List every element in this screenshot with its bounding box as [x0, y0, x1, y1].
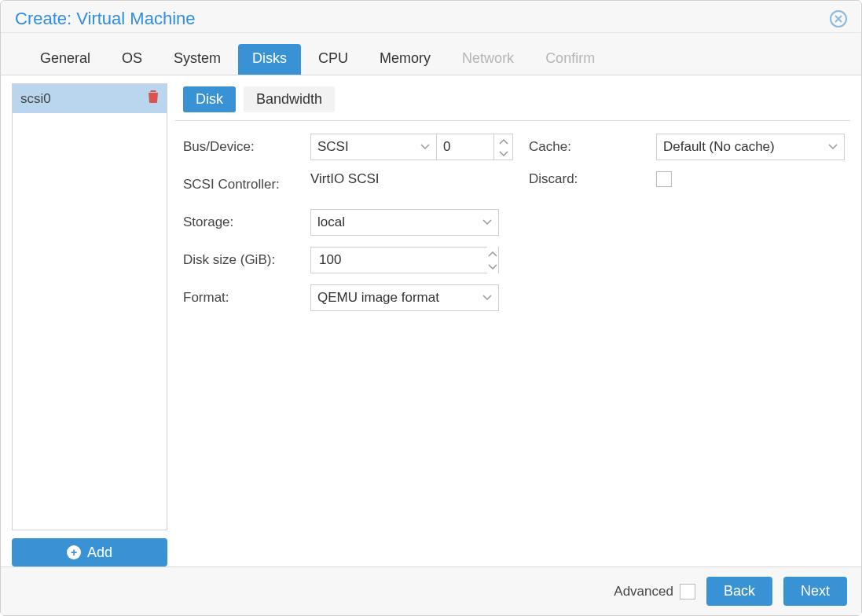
chevron-down-icon: [499, 151, 508, 157]
tab-network: Network: [448, 44, 528, 75]
disk-list-item[interactable]: scsi0: [13, 84, 167, 113]
titlebar: Create: Virtual Machine: [1, 1, 861, 33]
add-disk-button[interactable]: + Add: [12, 538, 167, 566]
wizard-tabs: General OS System Disks CPU Memory Netwo…: [1, 33, 861, 75]
create-vm-dialog: Create: Virtual Machine General OS Syste…: [0, 0, 862, 616]
next-button[interactable]: Next: [783, 577, 847, 606]
disk-size-field: [310, 247, 499, 273]
disk-panel: Disk Bandwidth Bus/Device: SCSI: [175, 83, 850, 566]
tab-confirm: Confirm: [531, 44, 609, 75]
disk-subtabs: Disk Bandwidth: [175, 83, 850, 121]
chevron-up-icon: [499, 138, 508, 145]
add-disk-label: Add: [87, 544, 112, 561]
storage-select-value: local: [317, 214, 345, 230]
close-button[interactable]: [830, 10, 847, 28]
device-number-input[interactable]: [436, 134, 494, 160]
tab-memory[interactable]: Memory: [365, 44, 445, 75]
storage-select[interactable]: local: [310, 209, 499, 236]
disk-size-down[interactable]: [487, 260, 498, 273]
discard-label: Discard:: [529, 171, 656, 187]
bus-select[interactable]: SCSI: [310, 134, 436, 160]
dialog-body: scsi0 + Add Disk Bandwidth Bus/Devi: [1, 75, 861, 566]
tab-system[interactable]: System: [160, 44, 235, 75]
form-left-column: Bus/Device: SCSI: [183, 134, 513, 311]
dialog-title: Create: Virtual Machine: [15, 9, 196, 29]
chevron-up-icon: [488, 251, 497, 257]
form-right-column: Cache: Default (No cache) Discard:: [529, 134, 850, 311]
disk-size-label: Disk size (GiB):: [183, 252, 310, 268]
tab-cpu[interactable]: CPU: [304, 44, 362, 75]
subtab-disk[interactable]: Disk: [183, 86, 236, 112]
disk-list-item-label: scsi0: [20, 91, 51, 107]
chevron-down-icon: [488, 264, 497, 270]
disk-sidebar: scsi0 + Add: [12, 83, 167, 566]
delete-disk-button[interactable]: [148, 90, 159, 107]
format-select[interactable]: QEMU image format: [310, 284, 499, 311]
bus-select-value: SCSI: [317, 139, 349, 155]
cache-label: Cache:: [529, 139, 656, 155]
format-label: Format:: [183, 290, 310, 306]
dialog-footer: Advanced Back Next: [1, 566, 861, 615]
subtab-bandwidth[interactable]: Bandwidth: [244, 86, 335, 112]
disk-size-up[interactable]: [487, 247, 498, 260]
scsi-controller-value: VirtIO SCSI: [310, 171, 386, 198]
device-number-up[interactable]: [494, 134, 512, 147]
chevron-down-icon: [482, 295, 492, 301]
disk-size-input[interactable]: [317, 248, 487, 273]
plus-icon: +: [67, 545, 81, 559]
advanced-label: Advanced: [614, 584, 673, 600]
trash-icon: [148, 90, 159, 103]
close-icon: [834, 14, 843, 24]
back-button[interactable]: Back: [706, 577, 772, 606]
advanced-checkbox[interactable]: [680, 584, 695, 600]
chevron-down-icon: [828, 144, 838, 150]
disk-list: scsi0: [12, 83, 167, 530]
device-number-down[interactable]: [494, 147, 512, 160]
disk-form: Bus/Device: SCSI: [175, 121, 850, 311]
chevron-down-icon: [420, 144, 430, 150]
scsi-controller-label: SCSI Controller:: [183, 177, 310, 192]
cache-select[interactable]: Default (No cache): [656, 134, 845, 160]
bus-device-label: Bus/Device:: [183, 139, 310, 155]
chevron-down-icon: [482, 219, 492, 226]
tab-os[interactable]: OS: [108, 44, 156, 75]
tab-general[interactable]: General: [26, 44, 105, 75]
storage-label: Storage:: [183, 214, 310, 230]
discard-checkbox[interactable]: [656, 171, 672, 187]
tab-disks[interactable]: Disks: [238, 44, 301, 75]
format-select-value: QEMU image format: [317, 290, 439, 306]
cache-select-value: Default (No cache): [663, 139, 775, 155]
